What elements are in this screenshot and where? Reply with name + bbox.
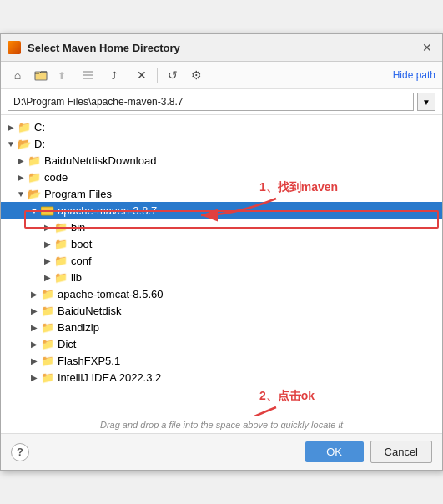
home-button[interactable]: ⌂ — [8, 65, 28, 85]
label-d: D: — [34, 138, 45, 150]
expand-apache-maven[interactable]: ▼ — [28, 204, 41, 217]
expand-flashfxp[interactable]: ▶ — [28, 354, 41, 367]
label-baidu-download: BaiduNetdiskDownload — [44, 154, 156, 167]
annotation-text-1: 1、找到maven — [259, 180, 338, 195]
svg-rect-4 — [83, 78, 93, 79]
folder-icon-boot — [54, 237, 68, 250]
tree-item-lib[interactable]: ▶ lib — [1, 269, 442, 285]
label-intellij: IntelliJ IDEA 2022.3.2 — [58, 371, 161, 384]
label-code: code — [44, 171, 68, 184]
path-input[interactable] — [8, 93, 414, 111]
label-apache-maven: apache-maven-3.8.7 — [58, 204, 157, 217]
annotation-text-2: 2、点击ok — [259, 389, 315, 404]
help-button[interactable]: ? — [11, 443, 29, 461]
expand-intellij[interactable]: ▶ — [28, 370, 41, 384]
tree-item-baidu-download[interactable]: ▶ BaiduNetdiskDownload — [1, 152, 442, 169]
footer: ? OK Cancel — [1, 433, 442, 470]
folder-icon-bin — [54, 220, 68, 234]
svg-rect-2 — [83, 71, 93, 73]
tree-item-conf[interactable]: ▶ conf — [1, 252, 442, 269]
label-bandizip: Bandizip — [58, 321, 99, 334]
select-maven-dialog: Select Maven Home Directory ✕ ⌂ ⬆ ⤴ ✕ ↺ — [0, 33, 443, 471]
tree-item-apache-tomcat[interactable]: ▶ apache-tomcat-8.5.60 — [1, 285, 442, 302]
path-dropdown-button[interactable]: ▼ — [417, 93, 435, 111]
folder-icon-flashfxp — [41, 354, 54, 367]
expand-baidu-download[interactable]: ▶ — [14, 154, 28, 167]
folder-icon-apache-tomcat — [41, 287, 54, 300]
tree-item-code[interactable]: ▶ code — [1, 169, 442, 185]
folder-up-button[interactable]: ⬆ — [54, 65, 74, 85]
label-bin: bin — [71, 221, 85, 234]
tree-item-boot[interactable]: ▶ boot — [1, 235, 442, 252]
tree-item-program-files[interactable]: ▼ Program Files — [1, 185, 442, 202]
folder-icon-intellij — [41, 370, 54, 384]
close-button[interactable]: ✕ — [419, 39, 435, 56]
expand-program-files[interactable]: ▼ — [14, 187, 28, 200]
tree-item-c-drive[interactable]: ▶ C: — [1, 118, 442, 135]
drag-hint: Drag and drop a file into the space abov… — [1, 416, 442, 433]
tree-container: ▶ C: ▼ D: ▶ BaiduNetdiskDownload ▶ code … — [1, 115, 442, 416]
delete-button[interactable]: ✕ — [132, 65, 152, 85]
label-program-files: Program Files — [44, 188, 112, 200]
tree-item-bin[interactable]: ▶ bin — [1, 219, 442, 235]
expand-d[interactable]: ▼ — [4, 137, 18, 150]
title-bar: Select Maven Home Directory ✕ — [1, 34, 442, 62]
label-dict: Dict — [58, 338, 76, 350]
folder-icon-dict — [41, 337, 54, 350]
expand-apache-tomcat[interactable]: ▶ — [28, 287, 41, 300]
folder-icon-baidu-download — [28, 154, 41, 167]
tree-item-baidu-netdisk[interactable]: ▶ BaiduNetdisk — [1, 302, 442, 319]
path-bar: ▼ — [1, 89, 442, 115]
tree-item-bandizip[interactable]: ▶ Bandizip — [1, 319, 442, 335]
dialog-title: Select Maven Home Directory — [28, 42, 412, 54]
expand-code[interactable]: ▶ — [14, 170, 28, 184]
folder-icon-baidu-netdisk — [41, 304, 54, 317]
folder-icon-apache-maven — [41, 204, 54, 217]
tree-item-apache-maven[interactable]: ▼ apache-maven-3.8.7 — [1, 202, 442, 219]
label-lib: lib — [71, 271, 82, 284]
expand-bin[interactable]: ▶ — [41, 220, 54, 234]
folder-icon-d — [18, 137, 31, 150]
tree-item-intellij[interactable]: ▶ IntelliJ IDEA 2022.3.2 — [1, 369, 442, 386]
label-c: C: — [34, 121, 45, 134]
expand-baidu-netdisk[interactable]: ▶ — [28, 304, 41, 317]
ok-button[interactable]: OK — [305, 441, 364, 462]
expand-dict[interactable]: ▶ — [28, 337, 41, 350]
label-conf: conf — [71, 255, 92, 267]
tree-item-flashfxp[interactable]: ▶ FlashFXP5.1 — [1, 352, 442, 369]
collapse-button[interactable] — [78, 65, 98, 85]
tree-item-d-drive[interactable]: ▼ D: — [1, 135, 442, 152]
folder-icon-c — [18, 120, 31, 134]
label-baidu-netdisk: BaiduNetdisk — [58, 305, 122, 317]
refresh-button[interactable]: ↺ — [163, 65, 183, 85]
expand-boot[interactable]: ▶ — [41, 237, 54, 250]
toolbar-separator-2 — [157, 68, 158, 83]
folder-icon-code — [28, 170, 41, 184]
hide-path-button[interactable]: Hide path — [393, 69, 435, 81]
expand-lib[interactable]: ▶ — [41, 270, 54, 284]
toolbar-separator-1 — [103, 68, 103, 83]
folder-icon-bandizip — [41, 320, 54, 334]
expand-c[interactable]: ▶ — [4, 120, 18, 134]
tree-item-dict[interactable]: ▶ Dict — [1, 335, 442, 352]
settings-button[interactable]: ⚙ — [186, 65, 206, 85]
folder-icon-lib — [54, 270, 68, 284]
svg-text:⤴: ⤴ — [112, 70, 117, 82]
dialog-icon — [8, 41, 21, 54]
cancel-button[interactable]: Cancel — [370, 441, 432, 463]
folder-icon-program-files — [28, 187, 41, 200]
expand-conf[interactable]: ▶ — [41, 254, 54, 267]
toolbar: ⌂ ⬆ ⤴ ✕ ↺ ⚙ Hide path — [1, 62, 442, 89]
expand-bandizip[interactable]: ▶ — [28, 320, 41, 334]
svg-text:⬆: ⬆ — [58, 70, 66, 82]
svg-rect-3 — [83, 74, 93, 76]
footer-left: ? — [11, 443, 29, 461]
label-boot: boot — [71, 238, 92, 250]
new-folder-button[interactable] — [31, 65, 51, 85]
label-apache-tomcat: apache-tomcat-8.5.60 — [58, 288, 163, 300]
move-button[interactable]: ⤴ — [108, 65, 128, 85]
folder-icon-conf — [54, 254, 68, 267]
label-flashfxp: FlashFXP5.1 — [58, 355, 120, 367]
